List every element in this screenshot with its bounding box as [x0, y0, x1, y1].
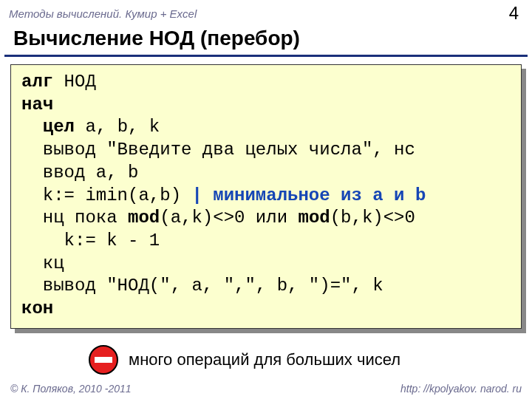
code-text: НОД [53, 72, 96, 92]
code-comment: | минимальное из a и b [191, 185, 426, 205]
code-text: ввод a, b [21, 163, 138, 183]
kw-mod: mod [298, 208, 330, 228]
copyright: © К. Поляков, 2010 -2011 [10, 383, 132, 395]
note-row: много операций для больших чисел [89, 345, 532, 375]
kw-cel: цел [43, 117, 75, 137]
code-text: (b,k)<>0 [330, 208, 415, 228]
code-content: алг НОД нач цел a, b, k вывод "Введите д… [10, 64, 522, 329]
footer-url: http: //kpolyakov. narod. ru [400, 383, 522, 395]
code-block: алг НОД нач цел a, b, k вывод "Введите д… [10, 64, 522, 329]
code-text: k:= k - 1 [21, 231, 160, 250]
slide-title: Вычисление НОД (перебор) [4, 25, 528, 57]
no-entry-icon [89, 345, 118, 375]
slide-footer: © К. Поляков, 2010 -2011 http: //kpolyak… [0, 383, 532, 395]
code-pad [21, 117, 43, 137]
page-number: 4 [509, 3, 523, 24]
slide-header: Методы вычислений. Кумир + Excel 4 [0, 0, 532, 25]
code-text: (a,k)<>0 или [160, 208, 298, 228]
code-text: нц пока [21, 208, 128, 228]
course-title: Методы вычислений. Кумир + Excel [9, 7, 197, 20]
note-text: много операций для больших чисел [129, 350, 400, 369]
kw-alg: алг [21, 72, 53, 92]
code-text: кц [21, 253, 64, 273]
code-text: вывод "НОД(", a, ",", b, ")=", k [21, 276, 383, 296]
code-text: вывод "Введите два целых числа", нс [21, 140, 415, 160]
code-text: a, b, k [75, 117, 160, 137]
kw-nach: нач [21, 95, 53, 115]
code-text: k:= imin(a,b) [21, 185, 191, 205]
kw-kon: кон [21, 299, 53, 318]
kw-mod: mod [128, 208, 160, 228]
